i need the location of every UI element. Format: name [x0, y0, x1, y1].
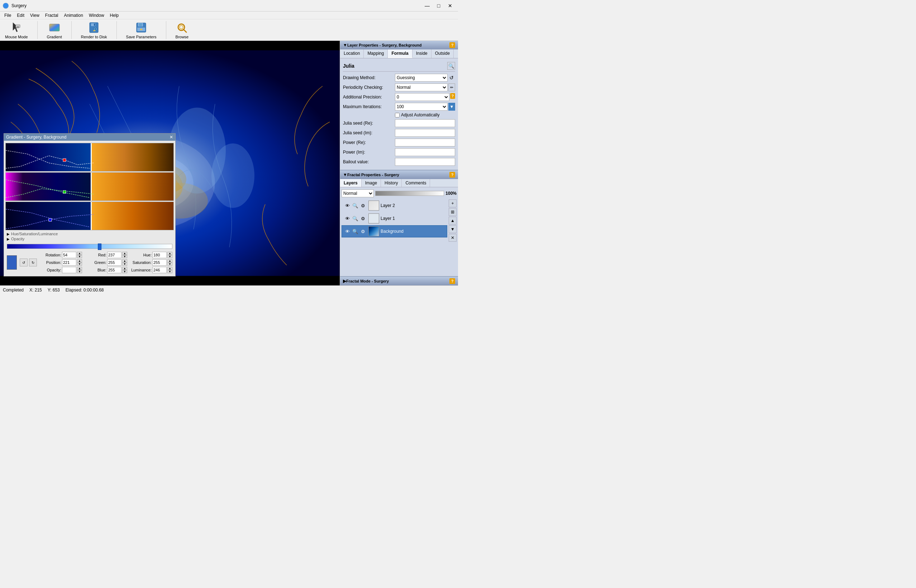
layer1-visibility-btn[interactable]: 👁 [343, 215, 351, 222]
background-visibility-btn[interactable]: 👁 [343, 228, 351, 235]
gradient-button[interactable]: Gradient [45, 20, 64, 40]
green-spin-down[interactable]: ▼ [122, 262, 127, 266]
hue-spin-up[interactable]: ▲ [167, 252, 172, 255]
periodicity-select[interactable]: Normal [395, 84, 448, 91]
bailout-input[interactable]: 128 [395, 158, 455, 166]
layer2-visibility-btn[interactable]: 👁 [343, 202, 351, 210]
duplicate-layer-btn[interactable]: ⊞ [449, 208, 456, 216]
tab-formula[interactable]: Formula [388, 49, 412, 58]
rotation-spin-up[interactable]: ▲ [77, 252, 82, 255]
save-parameters-button[interactable]: Save Parameters [124, 20, 159, 40]
background-preview [368, 226, 379, 236]
tab-mapping[interactable]: Mapping [364, 49, 388, 58]
power-im-input[interactable]: 0 [395, 148, 455, 156]
power-re-input[interactable]: 2 [395, 139, 455, 147]
precision-help[interactable]: ? [450, 93, 455, 99]
saturation-input[interactable] [152, 259, 167, 266]
menu-edit[interactable]: Edit [14, 12, 27, 19]
position-spin-down[interactable]: ▼ [77, 262, 82, 266]
fractal-properties-arrow: ▼ [343, 172, 347, 177]
position-input[interactable] [62, 259, 76, 266]
delete-layer-btn[interactable]: ✕ [449, 234, 456, 242]
red-input[interactable] [107, 252, 121, 258]
layers-content: Normal 100% 👁 🔍 ⚙ Layer 2 [340, 187, 458, 276]
menu-window[interactable]: Window [86, 12, 107, 19]
menu-help[interactable]: Help [107, 12, 122, 19]
blue-slider-thumb[interactable] [98, 244, 102, 250]
layer-up-btn[interactable]: ▲ [449, 216, 456, 225]
luminance-spin-up[interactable]: ▲ [167, 267, 172, 270]
tab-image[interactable]: Image [362, 179, 381, 187]
opacity-spin-up[interactable]: ▲ [77, 267, 82, 270]
tab-location[interactable]: Location [340, 49, 364, 58]
max-iter-select[interactable]: 100 [395, 103, 448, 111]
tab-outside[interactable]: Outside [432, 49, 454, 58]
gradient-row-3[interactable] [5, 202, 174, 230]
opacity-input[interactable] [62, 267, 76, 273]
gradient-row-1[interactable] [5, 143, 174, 171]
julia-re-input[interactable]: -0.9119754557606 [395, 119, 455, 127]
layer-properties-help[interactable]: ? [449, 42, 455, 48]
hue-spin-down[interactable]: ▼ [167, 255, 172, 258]
mouse-mode-button[interactable]: Mouse Mode [3, 20, 30, 40]
hue-input[interactable] [152, 252, 167, 258]
rotation-spin-down[interactable]: ▼ [77, 255, 82, 258]
tab-inside[interactable]: Inside [413, 49, 432, 58]
drawing-method-select[interactable]: Guessing [395, 74, 448, 82]
blue-spin-up[interactable]: ▲ [122, 267, 127, 270]
fractal-mode-help[interactable]: ? [449, 278, 455, 284]
fractal-mode-header[interactable]: ▶ Fractal Mode - Surgery ? [340, 277, 458, 285]
luminance-input[interactable] [152, 267, 167, 273]
tab-comments[interactable]: Comments [402, 179, 430, 187]
gradient-row-2[interactable] [5, 172, 174, 201]
rotation-input[interactable] [62, 252, 76, 258]
layer2-settings-btn[interactable]: ⚙ [359, 202, 367, 210]
layer-item-2[interactable]: 👁 🔍 ⚙ Layer 2 [341, 199, 447, 212]
rotate-left-button[interactable]: ↺ [20, 258, 28, 267]
menu-file[interactable]: File [2, 12, 14, 19]
tab-layers[interactable]: Layers [340, 179, 362, 187]
layer2-zoom-btn[interactable]: 🔍 [351, 202, 359, 210]
layer-down-btn[interactable]: ▼ [449, 225, 456, 233]
green-input[interactable] [107, 259, 121, 266]
maximize-button[interactable]: □ [434, 2, 443, 9]
menu-view[interactable]: View [27, 12, 42, 19]
red-spin-down[interactable]: ▼ [122, 255, 127, 258]
add-layer-btn[interactable]: + [449, 199, 456, 207]
red-spin-up[interactable]: ▲ [122, 252, 127, 255]
background-zoom-btn[interactable]: 🔍 [351, 228, 359, 235]
layer-item-background[interactable]: 👁 🔍 ⚙ Background [341, 225, 447, 237]
tab-history[interactable]: History [381, 179, 402, 187]
precision-select[interactable]: 0 [395, 93, 449, 101]
menu-fractal[interactable]: Fractal [42, 12, 61, 19]
opacity-spin-down[interactable]: ▼ [77, 270, 82, 273]
drawing-method-refresh[interactable]: ↺ [448, 74, 455, 82]
browse-button[interactable]: Browse [173, 20, 191, 40]
blue-input[interactable] [107, 267, 121, 273]
render-to-disk-button[interactable]: Render to Disk [79, 20, 109, 40]
menu-animation[interactable]: Animation [61, 12, 86, 19]
max-iter-down-btn[interactable]: ▼ [448, 103, 455, 111]
minimize-button[interactable]: — [422, 2, 432, 9]
saturation-spin-down[interactable]: ▼ [167, 262, 172, 266]
rotate-right-button[interactable]: ↻ [29, 258, 37, 267]
layer-item-1[interactable]: 👁 🔍 ⚙ Layer 1 [341, 212, 447, 225]
adjust-auto-checkbox[interactable] [395, 113, 400, 118]
luminance-spin-down[interactable]: ▼ [167, 270, 172, 273]
blue-spin-down[interactable]: ▼ [122, 270, 127, 273]
close-button[interactable]: ✕ [445, 2, 455, 9]
fractal-properties-help[interactable]: ? [449, 172, 455, 178]
layer1-settings-btn[interactable]: ⚙ [359, 215, 367, 222]
periodicity-edit-btn[interactable]: ✏ [448, 84, 455, 91]
position-spin-up[interactable]: ▲ [77, 259, 82, 262]
blend-mode-select[interactable]: Normal [341, 189, 374, 197]
blue-slider-track[interactable] [7, 244, 172, 249]
gradient-panel-close[interactable]: ✕ [170, 135, 173, 140]
julia-im-input[interactable]: 0.315034635433 [395, 129, 455, 137]
fractal-canvas-area[interactable]: Gradient - Surgery, Background ✕ [0, 41, 340, 285]
green-spin-up[interactable]: ▲ [122, 259, 127, 262]
formula-search-button[interactable]: 🔍 [447, 62, 455, 70]
layer1-zoom-btn[interactable]: 🔍 [351, 215, 359, 222]
background-settings-btn[interactable]: ⚙ [359, 228, 367, 235]
saturation-spin-up[interactable]: ▲ [167, 259, 172, 262]
